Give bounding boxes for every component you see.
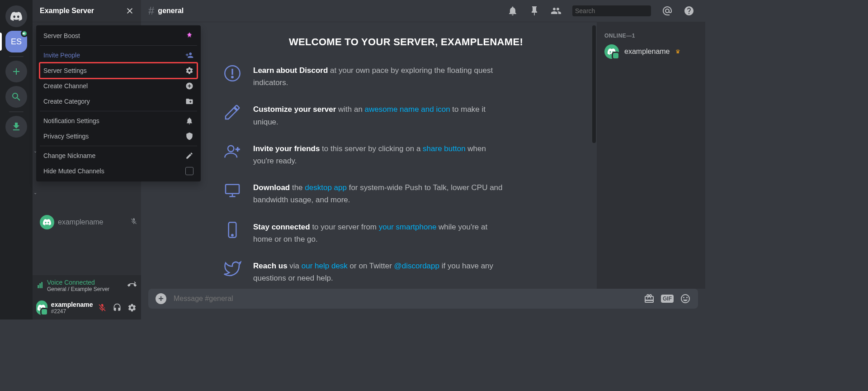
gift-icon[interactable]	[644, 293, 655, 304]
menu-server-boost[interactable]: Server Boost	[40, 28, 197, 43]
search-box[interactable]	[572, 5, 651, 16]
welcome-title: WELCOME TO YOUR SERVER, EXAMPLENAME!	[222, 36, 590, 48]
link[interactable]: our help desk	[302, 262, 348, 270]
link[interactable]: @discordapp	[394, 262, 439, 270]
server-icon[interactable]: ES	[5, 31, 27, 52]
welcome-tip: Download the desktop app for system-wide…	[222, 181, 503, 206]
guild-bar: ES	[0, 0, 33, 319]
voice-user-row[interactable]: examplename	[36, 215, 141, 230]
link[interactable]: share button	[423, 144, 466, 153]
search-input[interactable]	[575, 7, 654, 14]
scrollbar[interactable]	[592, 25, 596, 143]
discover-button[interactable]	[5, 86, 27, 108]
voice-channel-name: General / Example Server	[47, 286, 125, 292]
hash-icon: #	[148, 5, 154, 17]
welcome-tip: Invite your friends to this server by cl…	[222, 143, 503, 167]
checkbox-icon[interactable]	[185, 167, 193, 175]
deafen-button[interactable]	[111, 300, 123, 315]
emoji-button[interactable]	[680, 293, 691, 304]
username: examplename	[51, 301, 93, 308]
menu-change-nickname[interactable]: Change Nickname	[40, 148, 197, 163]
menu-separator	[40, 146, 197, 146]
menu-create-category[interactable]: Create Category	[40, 94, 197, 109]
menu-separator	[40, 45, 197, 46]
crown-icon: ♛	[675, 48, 680, 55]
voice-badge-icon	[21, 30, 28, 37]
server-header[interactable]: Example Server	[33, 0, 141, 22]
voice-user-name: examplename	[58, 218, 104, 226]
members-heading: ONLINE—1	[601, 29, 702, 43]
download-apps-button[interactable]	[5, 116, 27, 138]
menu-create-channel[interactable]: Create Channel	[40, 78, 197, 94]
phone-icon	[222, 221, 242, 245]
avatar	[40, 215, 54, 229]
channel-header: # general	[141, 0, 705, 22]
invite-icon	[185, 51, 193, 59]
link[interactable]: awesome name and icon	[365, 105, 450, 114]
app-root: ES Example Server ⌄ ⌄ Server Boost	[0, 0, 705, 319]
user-settings-button[interactable]	[126, 300, 137, 315]
chevron-down-icon[interactable]: ⌄	[33, 190, 37, 195]
channel-sidebar: Example Server ⌄ ⌄ Server Boost Invite P…	[33, 0, 141, 319]
chat-main: # general WELCOME TO YOUR SERVER, EXAMPL…	[141, 0, 705, 319]
message-input[interactable]	[174, 295, 637, 303]
svg-rect-3	[226, 185, 239, 194]
person-plus-icon	[222, 143, 242, 167]
voice-status: Voice Connected	[47, 279, 125, 286]
guild-separator	[9, 56, 24, 57]
pencil-icon	[222, 103, 242, 128]
members-toggle-icon[interactable]	[551, 5, 561, 16]
close-icon	[126, 7, 134, 15]
gear-icon	[185, 67, 193, 75]
avatar[interactable]	[36, 300, 47, 315]
svg-point-1	[231, 76, 233, 78]
menu-privacy-settings[interactable]: Privacy Settings	[40, 129, 197, 144]
link[interactable]: your smartphone	[379, 223, 437, 231]
add-server-button[interactable]	[5, 61, 27, 82]
welcome-tip: Customize your server with an awesome na…	[222, 103, 503, 128]
user-tag: #2247	[51, 308, 93, 315]
attach-button[interactable]: +	[156, 293, 166, 304]
notifications-icon[interactable]	[507, 5, 518, 16]
boost-icon	[185, 32, 193, 40]
folder-plus-icon	[185, 97, 193, 105]
server-dropdown-menu: Server Boost Invite People Server Settin…	[36, 25, 201, 181]
signal-icon	[37, 281, 44, 290]
menu-invite-people[interactable]: Invite People	[40, 48, 197, 63]
bell-icon	[185, 117, 193, 125]
menu-hide-muted[interactable]: Hide Muted Channels	[40, 163, 197, 179]
server-initials: ES	[11, 37, 22, 47]
mute-button[interactable]	[96, 300, 108, 315]
mentions-icon[interactable]	[662, 5, 673, 16]
home-button[interactable]	[5, 5, 27, 27]
avatar	[604, 44, 619, 59]
channel-name: general	[158, 7, 184, 15]
server-name: Example Server	[40, 7, 94, 15]
menu-server-settings[interactable]: Server Settings	[40, 63, 197, 78]
twitter-icon	[222, 260, 242, 284]
help-icon[interactable]	[684, 5, 694, 16]
welcome-tip: Reach us via our help desk or on Twitter…	[222, 260, 503, 284]
member-list: ONLINE—1 examplename ♛	[597, 22, 705, 289]
gif-button[interactable]: GIF	[662, 293, 673, 304]
chat-input: + GIF	[148, 289, 698, 309]
plus-circle-icon	[185, 82, 193, 90]
disconnect-button[interactable]	[127, 281, 137, 291]
link[interactable]: desktop app	[305, 183, 347, 192]
exclamation-icon	[222, 64, 242, 89]
pinned-icon[interactable]	[529, 5, 540, 16]
menu-notification-settings[interactable]: Notification Settings	[40, 113, 197, 129]
welcome-tip: Learn about Discord at your own pace by …	[222, 64, 503, 89]
chat-input-wrap: + GIF	[141, 289, 705, 319]
shield-icon	[185, 132, 193, 140]
user-panel: examplename #2247	[33, 296, 141, 319]
desktop-icon	[222, 181, 242, 206]
svg-point-2	[228, 145, 234, 151]
member-name: examplename	[624, 48, 670, 56]
mic-muted-icon	[130, 218, 137, 227]
pencil-icon	[185, 152, 193, 160]
svg-point-5	[231, 234, 233, 236]
voice-connected-panel: Voice Connected General / Example Server	[33, 275, 141, 296]
member-row[interactable]: examplename ♛	[601, 43, 702, 61]
welcome-tip: Stay connected to your server from your …	[222, 221, 503, 245]
